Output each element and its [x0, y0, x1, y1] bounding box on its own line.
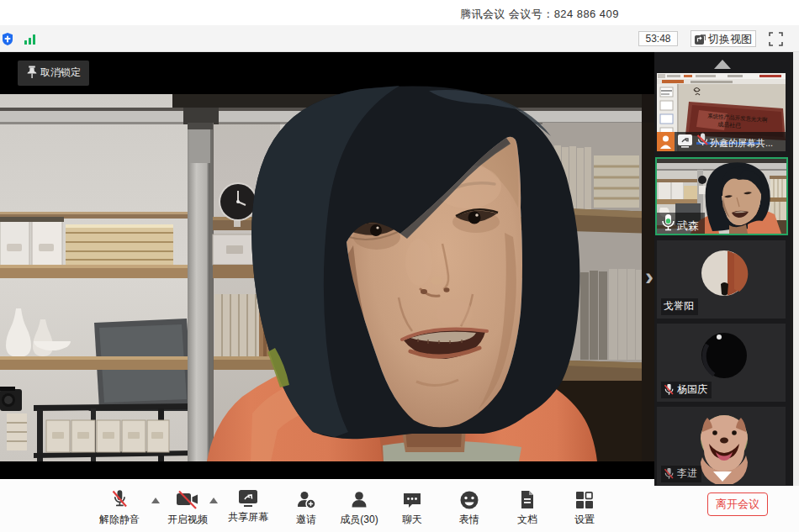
svg-text:武森: 武森	[676, 219, 699, 232]
svg-text:孙鑫的屏幕共...: 孙鑫的屏幕共...	[710, 138, 773, 148]
